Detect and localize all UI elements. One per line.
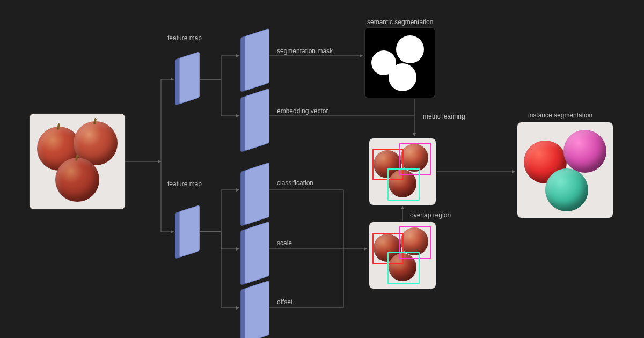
label-segmentation-mask: segmentation mask — [277, 47, 333, 55]
panel-embedding — [245, 89, 269, 151]
instance-segmentation-output — [517, 122, 613, 218]
label-feature-map-bottom: feature map — [167, 180, 202, 188]
label-embedding-vector: embedding vector — [277, 107, 328, 115]
detections-raw — [369, 222, 436, 289]
panel-segmask — [245, 28, 269, 91]
label-semantic-segmentation: semantic segmentation — [367, 18, 433, 26]
semantic-segmentation-output — [365, 28, 435, 98]
input-image — [30, 114, 125, 209]
panel-offset — [245, 281, 269, 338]
label-feature-map-top: feature map — [167, 34, 202, 42]
panel-scale — [245, 222, 269, 284]
label-offset: offset — [277, 298, 292, 306]
panel-feature-bottom — [179, 205, 200, 258]
panel-feature-top — [179, 52, 200, 104]
label-classification: classification — [277, 179, 313, 187]
label-metric-learning: metric learning — [423, 113, 465, 120]
panel-classification — [245, 163, 269, 225]
bbox-cyan — [387, 168, 420, 201]
label-overlap-region: overlap region — [410, 211, 451, 219]
detections-merged — [369, 138, 436, 205]
diagram-canvas: feature map feature map segmentation mas… — [0, 0, 644, 338]
label-instance-segmentation: instance segmentation — [528, 112, 592, 119]
label-scale: scale — [277, 239, 292, 247]
